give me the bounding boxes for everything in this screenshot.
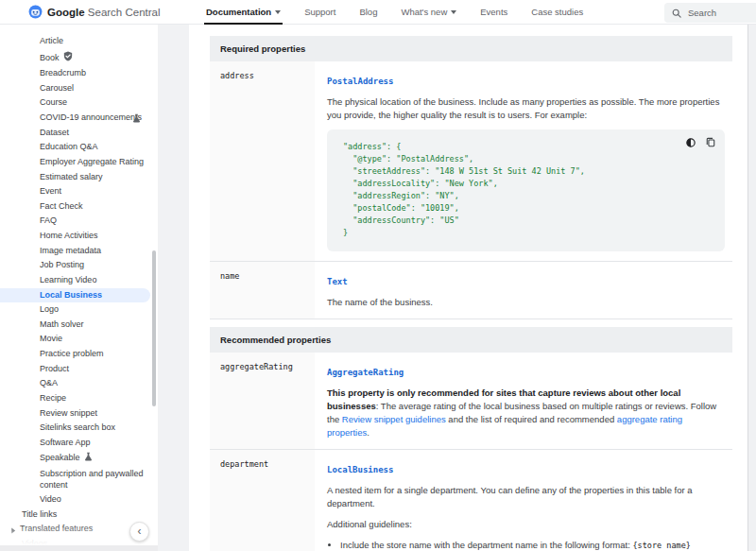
property-name: aggregateRating <box>210 353 315 449</box>
inline-link[interactable]: Review snippet guidelines <box>342 414 446 424</box>
guideline-item: Include the store name with the departme… <box>340 539 719 551</box>
sidebar-item-label: FAQ <box>40 215 57 225</box>
sidebar-item-recipe[interactable]: Recipe <box>0 391 158 406</box>
sidebar-item-review-snippet[interactable]: Review snippet <box>0 406 158 422</box>
sidebar-item-label: Math solver <box>40 319 84 329</box>
top-header: Google Search Central DocumentationSuppo… <box>0 0 756 25</box>
sidebar-item-local-business[interactable]: Local Business <box>0 288 150 303</box>
sidebar-item-math-solver[interactable]: Math solver <box>0 318 158 333</box>
property-name: name <box>210 262 315 319</box>
search-placeholder: Search <box>688 8 716 18</box>
nav-item-case-studies[interactable]: Case studies <box>531 0 583 24</box>
chevron-down-icon <box>451 10 456 14</box>
chevron-down-icon <box>275 10 281 14</box>
flask-icon <box>132 113 141 127</box>
sidebar-item-image-metadata[interactable]: Image metadata <box>0 244 158 259</box>
sidebar-item-job-posting[interactable]: Job Posting <box>0 258 158 273</box>
sidebar-item-label: Video <box>40 494 61 504</box>
nav-item-events[interactable]: Events <box>480 0 507 24</box>
search-icon <box>672 9 681 18</box>
table-header: Required properties <box>210 36 732 61</box>
sidebar-scrollbar-thumb[interactable] <box>152 250 156 406</box>
sidebar-item-learning-video[interactable]: Learning Video <box>0 273 158 288</box>
nav-item-label: Blog <box>359 7 377 17</box>
nav-item-label: What's new <box>401 7 447 17</box>
flask-icon <box>84 452 93 465</box>
nav-item-documentation[interactable]: Documentation <box>206 0 281 24</box>
sidebar-item-home-activities[interactable]: Home Activities <box>0 229 158 244</box>
dark-mode-toggle-icon[interactable] <box>686 138 696 147</box>
guidelines-list: Include the store name with the departme… <box>340 539 719 551</box>
shield-check-icon <box>63 51 73 65</box>
table-row-name: name Text The name of the business. <box>210 262 732 319</box>
sidebar-item-faq[interactable]: FAQ <box>0 214 158 229</box>
sidebar-item-estimated-salary[interactable]: Estimated salary <box>0 170 158 185</box>
sidebar-item-label: Event <box>40 186 61 196</box>
code-sample[interactable]: "address": { "@type": "PostalAddress", "… <box>343 141 713 239</box>
table-row-address: address PostalAddress The physical locat… <box>210 61 732 262</box>
sidebar-item-label: Software App <box>40 438 91 447</box>
site-title: Google Search Central <box>47 7 161 18</box>
sidebar-item-movie[interactable]: Movie <box>0 332 158 347</box>
sidebar-item-product[interactable]: Product <box>0 362 158 377</box>
nav-item-blog[interactable]: Blog <box>359 0 377 24</box>
sidebar-item-speakable[interactable]: Speakable <box>0 450 158 467</box>
logo-google-text: Google <box>47 7 85 18</box>
sidebar-item-education-q-a[interactable]: Education Q&A <box>0 140 158 155</box>
sidebar-item-logo[interactable]: Logo <box>0 302 158 318</box>
sidebar-collapse-button[interactable]: ‹ <box>129 522 149 542</box>
property-name: department <box>210 450 315 551</box>
sidebar-item-employer-aggregate-rating[interactable]: Employer Aggregate Rating <box>0 155 158 170</box>
description-paragraph: Additional guidelines: <box>327 518 719 531</box>
sidebar-item-label: Article <box>40 36 63 45</box>
sidebar-item-label: Review snippet <box>40 408 97 418</box>
sidebar-item-label: Local Business <box>40 290 102 300</box>
nav-item-what-s-new[interactable]: What's new <box>401 0 456 24</box>
table-row-department: department LocalBusiness A nested item f… <box>210 450 732 551</box>
sidebar-item-video[interactable]: Video <box>0 492 158 508</box>
sidebar-item-label: Subscription and paywalled content <box>40 469 144 490</box>
nav-item-label: Support <box>304 7 335 17</box>
sidebar-item-dataset[interactable]: Dataset <box>0 126 158 141</box>
type-link[interactable]: AggregateRating <box>327 368 404 377</box>
sidebar-item-carousel[interactable]: Carousel <box>0 81 158 96</box>
code-block: "address": { "@type": "PostalAddress", "… <box>327 129 725 251</box>
type-link[interactable]: LocalBusiness <box>327 465 393 474</box>
sidebar-item-label: Fact Check <box>40 201 83 211</box>
search-input[interactable]: Search <box>664 3 756 23</box>
sidebar-item-fact-check[interactable]: Fact Check <box>0 199 158 215</box>
sidebar-item-breadcrumb[interactable]: Breadcrumb <box>0 66 158 81</box>
chevron-left-icon: ‹ <box>138 525 142 537</box>
sidebar-item-sitelinks-search-box[interactable]: Sitelinks search box <box>0 421 158 436</box>
body-wrap: ArticleBookBreadcrumbCarouselCourseCOVID… <box>0 25 756 551</box>
sidebar-item-label: Job Posting <box>40 260 84 269</box>
site-logo[interactable]: Google Search Central <box>0 5 161 19</box>
sidebar-item-label: Home Activities <box>40 231 98 240</box>
sidebar-item-course[interactable]: Course <box>0 95 158 111</box>
sidebar-item-book[interactable]: Book <box>0 49 158 67</box>
sidebar-item-practice-problem[interactable]: Practice problem <box>0 347 158 362</box>
sidebar-item-title-links[interactable]: Title links <box>0 508 158 523</box>
copy-code-icon[interactable] <box>706 137 715 147</box>
sidebar-item-covid-19-announcements[interactable]: COVID-19 announcements <box>0 111 158 126</box>
nav-item-label: Events <box>480 7 507 17</box>
text-segment: and the list of required and recommended <box>446 414 617 424</box>
sidebar: ArticleBookBreadcrumbCarouselCourseCOVID… <box>0 25 158 551</box>
nav-item-support[interactable]: Support <box>304 0 335 24</box>
nav-item-label: Documentation <box>206 7 271 17</box>
sidebar-item-software-app[interactable]: Software App <box>0 436 158 451</box>
type-link[interactable]: Text <box>327 277 348 286</box>
main-scrollbar-track[interactable] <box>747 25 756 551</box>
property-description-cell: PostalAddress The physical location of t… <box>315 61 738 261</box>
sidebar-item-subscription-and-paywalled-content[interactable]: Subscription and paywalled content <box>0 467 158 492</box>
property-name: address <box>210 61 315 261</box>
sidebar-item-q-a[interactable]: Q&A <box>0 376 158 391</box>
sidebar-item-article[interactable]: Article <box>0 34 158 49</box>
sidebar-item-event[interactable]: Event <box>0 184 158 199</box>
type-link[interactable]: PostalAddress <box>327 77 393 86</box>
table-row-aggregaterating: aggregateRating AggregateRating This pro… <box>210 353 732 450</box>
sidebar-item-label: Course <box>40 97 67 107</box>
description-paragraph: A nested item for a single department. Y… <box>327 484 719 510</box>
main-content: Required properties address PostalAddres… <box>189 25 756 551</box>
sidebar-item-label: Employer Aggregate Rating <box>40 157 144 166</box>
